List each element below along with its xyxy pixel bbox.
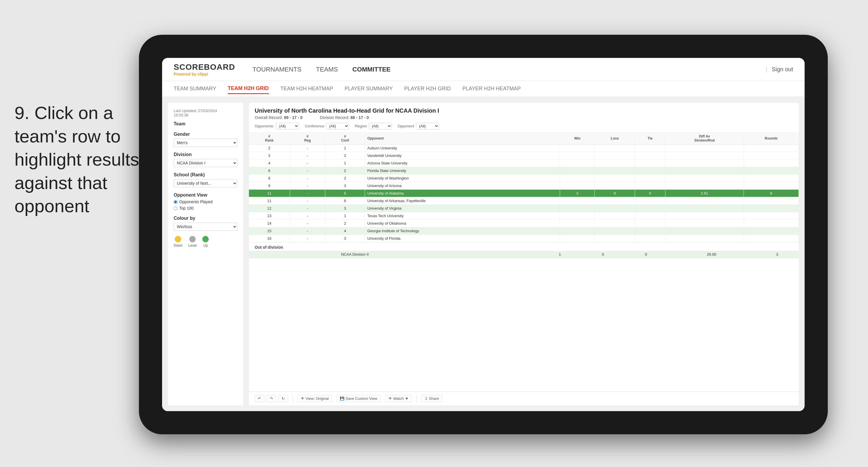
cell-rank: 12 <box>249 205 290 212</box>
tablet-frame: SCOREBOARD Powered by clippi TOURNAMENTS… <box>139 35 828 434</box>
nav-committee[interactable]: COMMITTEE <box>352 63 391 76</box>
cell-rank: 11 <box>249 189 290 197</box>
cell-reg: - <box>290 227 325 235</box>
cell-conf: 1 <box>325 159 365 167</box>
cell-loss <box>595 205 635 212</box>
redo-button[interactable]: ↷ <box>267 395 276 402</box>
cell-opponent: University of Virginia <box>365 205 560 212</box>
cell-reg: - <box>290 220 325 227</box>
grid-table: #Rank #Reg #Conf Opponent Win Loss Tie D… <box>249 133 799 242</box>
table-row[interactable]: 2-1Auburn University <box>249 144 799 152</box>
table-row[interactable]: 8-2University of Washington <box>249 175 799 182</box>
nav-tournaments[interactable]: TOURNAMENTS <box>252 63 302 76</box>
ood-rank <box>249 251 278 258</box>
cell-conf: 6 <box>325 197 365 205</box>
table-row[interactable]: 9-3University of Arizona <box>249 182 799 189</box>
cell-conf: 2 <box>325 220 365 227</box>
undo-button[interactable]: ↶ <box>255 395 264 402</box>
bottom-toolbar: ↶ ↷ ↻ 👁 View: Original 💾 Save Custom Vie… <box>249 391 799 405</box>
cell-rounds: 8 <box>744 189 799 197</box>
sub-nav-player-h2h-grid[interactable]: PLAYER H2H GRID <box>404 84 451 93</box>
cell-reg: - <box>290 144 325 152</box>
cell-reg: - <box>290 235 325 242</box>
opponent-filter: Opponent (All) <box>398 123 439 129</box>
ood-win: 1 <box>538 251 582 258</box>
cell-win <box>560 205 595 212</box>
cell-tie <box>635 182 665 189</box>
cell-rounds <box>744 227 799 235</box>
cell-tie <box>635 175 665 182</box>
cell-win <box>560 182 595 189</box>
sub-nav-player-h2h-heatmap[interactable]: PLAYER H2H HEATMAP <box>463 84 521 93</box>
opponent-select[interactable]: (All) <box>416 123 439 129</box>
cell-conf: 2 <box>325 152 365 159</box>
ood-tie: 0 <box>625 251 668 258</box>
share-button[interactable]: ⇫ Share <box>422 395 442 402</box>
table-row[interactable]: 6-2Florida State University <box>249 167 799 175</box>
cell-reg: - <box>290 159 325 167</box>
cell-rank: 16 <box>249 235 290 242</box>
reset-button[interactable]: ↻ <box>278 395 288 402</box>
table-row[interactable]: 3-2Vanderbilt University <box>249 152 799 159</box>
table-row[interactable]: 4-1Arizona State University <box>249 159 799 167</box>
colour-by-select[interactable]: Win/loss <box>174 223 237 231</box>
gender-section: Gender Men's <box>174 132 237 147</box>
opponents-select[interactable]: (All) <box>276 123 299 129</box>
cell-loss <box>595 212 635 220</box>
table-row[interactable]: 12-3University of Virginia <box>249 205 799 212</box>
ood-conf <box>309 251 339 258</box>
region-select[interactable]: (All) <box>369 123 392 129</box>
radio-opponents-played[interactable]: Opponents Played <box>174 200 237 204</box>
cell-win <box>560 152 595 159</box>
cell-rounds <box>744 152 799 159</box>
cell-opponent: University of Alabama <box>365 189 560 197</box>
cell-tie <box>635 205 665 212</box>
watch-button[interactable]: 👁 Watch ▼ <box>385 395 412 402</box>
level-icon <box>189 236 196 242</box>
cell-rounds <box>744 235 799 242</box>
table-row[interactable]: 14-2University of Oklahoma <box>249 220 799 227</box>
school-select[interactable]: University of Nort... <box>174 179 237 187</box>
view-original-button[interactable]: 👁 View: Original <box>298 395 332 402</box>
sign-out-link[interactable]: Sign out <box>772 66 793 72</box>
conference-select[interactable]: (All) <box>326 123 349 129</box>
table-row[interactable]: 15-4Georgia Institute of Technology <box>249 227 799 235</box>
cell-reg: - <box>290 197 325 205</box>
sub-nav-team-summary[interactable]: TEAM SUMMARY <box>174 84 216 93</box>
out-of-division-row[interactable]: NCAA Division II 1 0 0 26.00 3 <box>249 251 799 258</box>
share-icon: ⇫ <box>425 396 428 401</box>
logo-main: SCOREBOARD <box>174 62 235 72</box>
cell-rounds <box>744 205 799 212</box>
cell-diff <box>665 205 744 212</box>
table-row[interactable]: 16-3University of Florida <box>249 235 799 242</box>
table-row[interactable]: 11-5University of Alabama3002.618 <box>249 189 799 197</box>
cell-loss <box>595 235 635 242</box>
cell-opponent: University of Arkansas, Fayetteville <box>365 197 560 205</box>
cell-tie <box>635 152 665 159</box>
table-row[interactable]: 11-6University of Arkansas, Fayetteville <box>249 197 799 205</box>
save-custom-view-button[interactable]: 💾 Save Custom View <box>337 395 381 402</box>
cell-win <box>560 159 595 167</box>
division-select[interactable]: NCAA Division I <box>174 159 237 167</box>
nav-teams[interactable]: TEAMS <box>316 63 338 76</box>
cell-opponent: University of Florida <box>365 235 560 242</box>
cell-diff <box>665 144 744 152</box>
table-row[interactable]: 13-1Texas Tech University <box>249 212 799 220</box>
sub-nav-team-h2h-grid[interactable]: TEAM H2H GRID <box>228 84 269 94</box>
colour-section: Colour by Win/loss <box>174 216 237 231</box>
cell-tie <box>635 144 665 152</box>
save-icon: 💾 <box>340 396 344 401</box>
opponent-view-label: Opponent View <box>174 193 237 198</box>
colour-by-label: Colour by <box>174 216 237 221</box>
sub-nav-team-h2h-heatmap[interactable]: TEAM H2H HEATMAP <box>280 84 333 93</box>
toolbar-divider-2 <box>416 395 417 402</box>
cell-win <box>560 212 595 220</box>
radio-top100[interactable]: Top 100 <box>174 206 237 210</box>
cell-conf: 1 <box>325 212 365 220</box>
instruction-text: 9. Click on a team's row to highlight re… <box>14 101 145 218</box>
sub-nav-player-summary[interactable]: PLAYER SUMMARY <box>344 84 393 93</box>
school-section: School (Rank) University of Nort... <box>174 172 237 187</box>
gender-select[interactable]: Men's <box>174 139 237 147</box>
col-opponent: Opponent <box>365 133 560 144</box>
nav-right: | Sign out <box>766 66 793 73</box>
